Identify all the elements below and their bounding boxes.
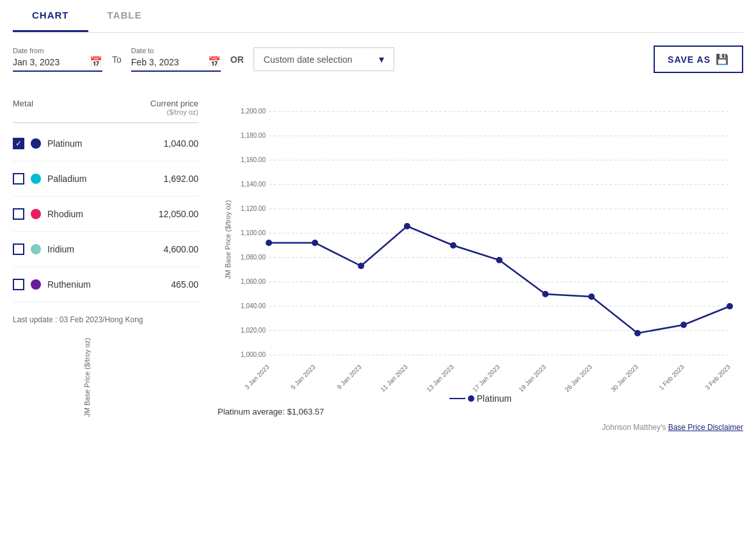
dot-iridium [31, 244, 41, 254]
metal-name-iridium: Iridium [47, 244, 164, 254]
to-label: To [112, 54, 122, 65]
metal-name-palladium: Palladium [47, 174, 164, 184]
svg-text:1,140.00: 1,140.00 [241, 181, 266, 188]
svg-text:1 Feb 2023: 1 Feb 2023 [657, 363, 686, 391]
calendar-to-icon[interactable]: 📅 [208, 56, 221, 68]
date-from-field[interactable]: Date from Jan 3, 2023 📅 [13, 47, 102, 72]
or-label: OR [230, 54, 244, 65]
svg-text:17 Jan 2023: 17 Jan 2023 [471, 363, 501, 393]
metal-price-rhodium: 12,050.00 [159, 209, 198, 219]
custom-date-dropdown[interactable]: Custom date selection ▾ [253, 47, 394, 71]
date-from-label: Date from [13, 47, 102, 54]
metals-list: ✓Platinum1,040.00Palladium1,692.00Rhodiu… [13, 126, 198, 302]
metal-row: Palladium1,692.00 [13, 161, 198, 197]
date-to-field[interactable]: Date to Feb 3, 2023 📅 [131, 47, 221, 72]
date-from-value: Jan 3, 2023 [13, 57, 60, 67]
svg-text:1,180.00: 1,180.00 [241, 132, 266, 139]
price-unit-header: ($/troy oz) [150, 108, 198, 116]
metals-table: Metal Current price ($/troy oz) ✓Platinu… [13, 92, 198, 302]
last-update: Last update : 03 Feb 2023/Hong Kong [13, 315, 198, 324]
svg-text:19 Jan 2023: 19 Jan 2023 [517, 363, 547, 393]
metal-row: Rhodium12,050.00 [13, 197, 198, 232]
svg-text:JM Base Price ($/troy oz): JM Base Price ($/troy oz) [83, 338, 91, 416]
svg-text:JM Base Price ($/troy oz): JM Base Price ($/troy oz) [224, 200, 232, 279]
svg-point-28 [496, 257, 503, 263]
checkmark-icon: ✓ [15, 139, 22, 148]
chart-svg: JM Base Price ($/troy oz) [218, 92, 743, 387]
dot-ruthenium [31, 279, 41, 290]
chart-wrapper: JM Base Price ($/troy oz) [218, 92, 743, 413]
date-to-label: Date to [131, 47, 221, 54]
svg-point-30 [588, 293, 595, 300]
disclaimer-link[interactable]: Base Price Disclaimer [668, 423, 743, 432]
svg-text:1,080.00: 1,080.00 [241, 254, 266, 261]
svg-point-32 [680, 322, 687, 328]
svg-text:1,160.00: 1,160.00 [241, 156, 266, 163]
svg-text:3 Feb 2023: 3 Feb 2023 [704, 363, 732, 391]
svg-text:11 Jan 2023: 11 Jan 2023 [379, 363, 409, 393]
metal-price-platinum: 1,040.00 [164, 138, 199, 149]
main-content: Metal Current price ($/troy oz) ✓Platinu… [13, 92, 743, 432]
save-icon: 💾 [716, 53, 729, 65]
metal-price-palladium: 1,692.00 [164, 174, 199, 184]
dot-rhodium [31, 209, 41, 219]
svg-text:1,120.00: 1,120.00 [241, 205, 266, 212]
controls-row: Date from Jan 3, 2023 📅 To Date to Feb 3… [13, 45, 743, 73]
svg-text:26 Jan 2023: 26 Jan 2023 [563, 363, 593, 393]
metal-name-platinum: Platinum [47, 138, 164, 149]
metal-price-iridium: 4,600.00 [164, 244, 199, 254]
svg-point-31 [634, 330, 641, 336]
tabs: CHART TABLE [13, 0, 743, 33]
metals-table-header: Metal Current price ($/troy oz) [13, 92, 198, 123]
tab-table[interactable]: TABLE [88, 0, 161, 32]
checkbox-platinum[interactable]: ✓ [13, 138, 24, 149]
checkbox-palladium[interactable] [13, 173, 24, 185]
metal-name-ruthenium: Ruthenium [47, 279, 171, 290]
svg-point-33 [727, 303, 733, 309]
checkbox-rhodium[interactable] [13, 208, 24, 220]
svg-point-24 [312, 240, 318, 246]
svg-text:1,000.00: 1,000.00 [241, 351, 266, 358]
chevron-down-icon: ▾ [379, 53, 384, 65]
checkbox-iridium[interactable] [13, 243, 24, 255]
save-as-button[interactable]: SAVE AS 💾 [654, 45, 743, 73]
calendar-from-icon[interactable]: 📅 [90, 56, 102, 68]
tab-chart[interactable]: CHART [13, 0, 88, 32]
svg-text:1,060.00: 1,060.00 [241, 278, 266, 285]
svg-text:1,040.00: 1,040.00 [241, 302, 266, 309]
svg-point-29 [542, 291, 549, 297]
checkbox-ruthenium[interactable] [13, 279, 24, 290]
date-to-value: Feb 3, 2023 [131, 57, 179, 67]
dot-platinum [31, 138, 41, 149]
svg-text:3 Jan 2023: 3 Jan 2023 [243, 363, 271, 391]
svg-text:1,100.00: 1,100.00 [241, 229, 266, 236]
disclaimer-text: Johnson Matthey's [602, 423, 666, 432]
left-panel: Metal Current price ($/troy oz) ✓Platinu… [13, 92, 211, 432]
svg-text:9 Jan 2023: 9 Jan 2023 [335, 363, 363, 391]
dot-palladium [31, 174, 41, 184]
metal-price-ruthenium: 465.00 [171, 279, 198, 290]
custom-date-text: Custom date selection [264, 54, 353, 65]
disclaimer: Johnson Matthey's Base Price Disclaimer [218, 423, 743, 432]
price-col-header: Current price [150, 99, 198, 108]
save-as-label: SAVE AS [668, 54, 711, 65]
svg-point-25 [358, 263, 364, 269]
metal-col-header: Metal [13, 99, 33, 116]
chart-area: JM Base Price ($/troy oz) [211, 92, 743, 432]
svg-text:30 Jan 2023: 30 Jan 2023 [609, 363, 639, 393]
metal-name-rhodium: Rhodium [47, 209, 159, 219]
svg-text:5 Jan 2023: 5 Jan 2023 [289, 363, 317, 391]
metal-row: Ruthenium465.00 [13, 267, 198, 302]
metal-row: Iridium4,600.00 [13, 232, 198, 267]
svg-text:13 Jan 2023: 13 Jan 2023 [425, 363, 455, 393]
svg-text:1,200.00: 1,200.00 [241, 108, 266, 115]
svg-point-27 [450, 242, 456, 249]
metal-row: ✓Platinum1,040.00 [13, 126, 198, 161]
svg-point-26 [404, 223, 410, 229]
svg-point-23 [266, 240, 272, 246]
svg-text:1,020.00: 1,020.00 [241, 327, 266, 334]
